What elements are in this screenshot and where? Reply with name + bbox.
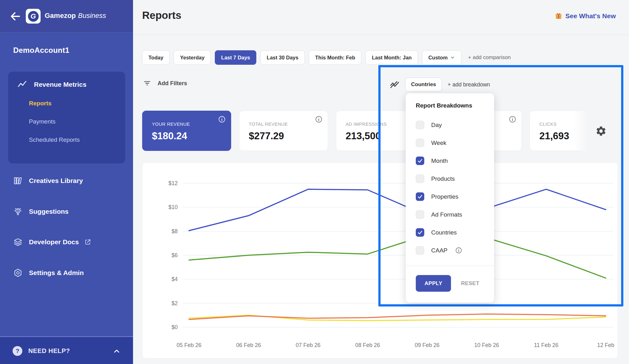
- metric-value: $277.29: [249, 130, 319, 142]
- see-whats-new-link[interactable]: See What's New: [554, 12, 616, 20]
- x-axis-label: 08 Feb 26: [355, 342, 380, 348]
- breakdown-options: DayWeekMonthProductsPropertiesAd Formats…: [406, 116, 494, 259]
- breakdown-option-ad-formats[interactable]: Ad Formats: [406, 206, 494, 223]
- date-filter-last-7-days[interactable]: Last 7 Days: [215, 50, 256, 65]
- option-label: Month: [431, 157, 448, 164]
- sidebar-section-revenue-metrics: Revenue Metrics ReportsPaymentsScheduled…: [8, 72, 125, 163]
- apply-button[interactable]: APPLY: [416, 275, 451, 292]
- nut-icon: [13, 268, 23, 278]
- metric-label: YOUR REVENUE: [152, 122, 222, 127]
- date-filter-label: Last 30 Days: [267, 55, 298, 61]
- checkbox-day-unchecked[interactable]: [416, 121, 424, 129]
- line-series-green: [189, 235, 606, 278]
- x-axis-label: 10 Feb 26: [474, 342, 499, 348]
- option-label: Products: [431, 175, 455, 182]
- add-comparison-button[interactable]: + add comparison: [468, 54, 511, 61]
- header-divider: [133, 35, 629, 35]
- y-axis-label: $2: [172, 300, 178, 306]
- checkbox-properties-checked[interactable]: [416, 192, 424, 201]
- date-filter-label: Last 7 Days: [221, 55, 250, 61]
- need-help-button[interactable]: ? NEED HELP?: [0, 336, 133, 364]
- gift-icon: [554, 12, 563, 20]
- x-axis-label: 07 Feb 26: [296, 342, 320, 348]
- sidebar-item-suggestions[interactable]: $Suggestions: [0, 203, 133, 220]
- checkbox-month-checked[interactable]: [416, 157, 424, 165]
- info-icon[interactable]: [455, 247, 462, 254]
- brand-name: GamezopBusiness: [45, 12, 106, 20]
- info-icon[interactable]: [218, 115, 226, 123]
- chevron-up-icon: [113, 347, 121, 355]
- gamezop-logo-mark: G: [28, 11, 39, 22]
- x-axis-label: 05 Feb 26: [177, 342, 202, 348]
- breakdown-option-day[interactable]: Day: [406, 116, 494, 134]
- date-filter-this-month-feb[interactable]: This Month: Feb: [309, 50, 361, 65]
- option-label: Ad Formats: [431, 211, 462, 218]
- checkbox-ad-formats-unchecked[interactable]: [416, 210, 424, 219]
- bulb-icon: $: [13, 207, 23, 216]
- sidebar-item-creatives-library[interactable]: Creatives Library: [0, 172, 133, 190]
- account-name: DemoAccount1: [13, 46, 69, 55]
- date-filter-yesterday[interactable]: Yesterday: [174, 50, 211, 65]
- date-filter-label: Yesterday: [180, 55, 204, 61]
- back-arrow-icon[interactable]: [9, 10, 21, 22]
- breakdown-option-caap[interactable]: CAAP: [406, 241, 494, 259]
- trend-line-icon: [18, 80, 27, 89]
- library-icon: [13, 176, 23, 185]
- sidebar-item-label: Settings & Admin: [29, 269, 84, 277]
- reset-button[interactable]: RESET: [461, 275, 479, 292]
- filter-icon: [143, 79, 151, 87]
- info-icon[interactable]: [509, 115, 516, 123]
- metric-label: AD IMPRESSIONS: [346, 122, 416, 127]
- date-filter-label: Today: [148, 55, 163, 61]
- add-filters-button[interactable]: Add Filters: [143, 79, 187, 87]
- breakdown-option-properties[interactable]: Properties: [406, 188, 494, 206]
- date-filter-today[interactable]: Today: [142, 50, 170, 65]
- checkbox-products-unchecked[interactable]: [416, 174, 424, 183]
- metric-value: 213,500: [346, 130, 416, 142]
- sidebar-item-scheduled-reports[interactable]: Scheduled Reports: [29, 136, 80, 143]
- checkbox-caap-unchecked[interactable]: [416, 246, 424, 255]
- info-icon[interactable]: [315, 115, 323, 123]
- panel-title: Report Breakdowns: [416, 102, 472, 109]
- stacked-line-chart-icon: [390, 80, 399, 89]
- option-label: Week: [431, 140, 446, 146]
- breakdown-option-products[interactable]: Products: [406, 170, 494, 188]
- report-breakdowns-panel: Report Breakdowns DayWeekMonthProductsPr…: [406, 93, 494, 303]
- date-filter-row: TodayYesterdayLast 7 DaysLast 30 DaysThi…: [142, 50, 511, 65]
- y-axis-label: $0: [172, 324, 178, 330]
- breakdown-option-countries[interactable]: Countries: [406, 223, 494, 241]
- x-axis-label: 09 Feb 26: [415, 342, 440, 348]
- question-mark-icon: ?: [13, 346, 22, 356]
- sidebar-item-settings-admin[interactable]: Settings & Admin: [0, 264, 133, 282]
- breakdown-option-month[interactable]: Month: [406, 152, 494, 170]
- need-help-label: NEED HELP?: [28, 347, 70, 355]
- metric-value: $180.24: [152, 130, 222, 142]
- option-label: Properties: [431, 193, 459, 200]
- sidebar-item-reports[interactable]: Reports: [29, 100, 52, 107]
- chevron-down-icon: [450, 55, 455, 60]
- metric-card-clicks: CLICKS21,693: [530, 111, 590, 151]
- date-filter-last-30-days[interactable]: Last 30 Days: [260, 50, 305, 65]
- sidebar-item-developer-docs[interactable]: Developer Docs: [0, 233, 133, 251]
- x-axis-label: 12 Feb: [597, 342, 614, 348]
- sidebar-item-payments[interactable]: Payments: [29, 118, 55, 125]
- breakdown-option-week[interactable]: Week: [406, 134, 494, 152]
- y-axis-label: $4: [172, 276, 178, 282]
- revenue-line-chart: $0$2$4$6$8$10$1205 Feb 2606 Feb 2607 Feb…: [142, 163, 618, 358]
- breakdown-chip-countries[interactable]: Countries: [405, 78, 442, 91]
- card-fade-overlay: [574, 111, 590, 151]
- app-root: G GamezopBusiness DemoAccount1 Revenue M…: [0, 0, 629, 364]
- sidebar-item-label: Suggestions: [29, 208, 69, 215]
- y-axis-label: $10: [169, 204, 178, 210]
- date-filter-label: Last Month: Jan: [372, 55, 412, 61]
- date-filter-last-month-jan[interactable]: Last Month: Jan: [365, 50, 418, 65]
- sidebar-item-revenue-metrics[interactable]: Revenue Metrics: [18, 80, 86, 89]
- option-label: CAAP: [431, 247, 448, 254]
- checkbox-week-unchecked[interactable]: [416, 139, 424, 147]
- svg-text:$: $: [17, 209, 19, 212]
- add-breakdown-button[interactable]: + add breakdown: [448, 81, 490, 88]
- date-filter-custom[interactable]: Custom: [422, 50, 461, 65]
- checkbox-countries-checked[interactable]: [416, 228, 424, 237]
- gear-icon[interactable]: [595, 125, 607, 137]
- x-axis-label: 06 Feb 26: [236, 342, 261, 348]
